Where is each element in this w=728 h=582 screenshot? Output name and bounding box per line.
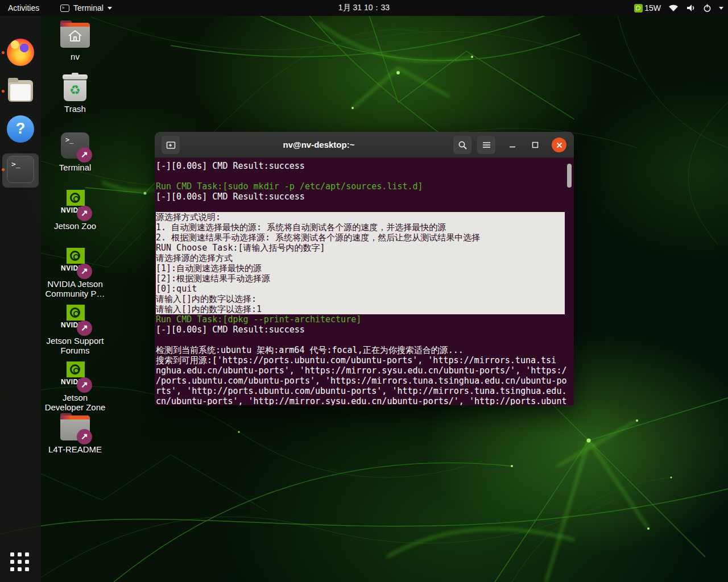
desktop-icon-nv-home[interactable]: nv <box>43 20 107 61</box>
terminal-line: RUN Choose Task:[请输入括号内的数字] <box>156 243 565 253</box>
running-indicator <box>2 168 5 171</box>
files-icon <box>7 77 34 105</box>
trash-icon: ♻ <box>61 73 89 102</box>
close-icon <box>556 142 562 148</box>
icon-label: nv <box>71 52 80 61</box>
running-indicator <box>2 51 5 54</box>
hamburger-menu-icon <box>482 142 491 148</box>
top-bar: Activities > Terminal 1月 31 10：33 15W <box>0 0 728 16</box>
link-emblem-icon: ↗ <box>77 147 92 163</box>
search-button[interactable] <box>453 136 471 154</box>
terminal-window: nv@nv-desktop:~ <box>155 132 574 405</box>
terminal-line: [-][0.00s] CMD Result:success <box>156 192 574 202</box>
terminal-line: 请输入[]内的数字以选择:1 <box>156 304 565 314</box>
desktop-icon-trash[interactable]: ♻ Trash <box>43 73 107 114</box>
window-titlebar[interactable]: nv@nv-desktop:~ <box>155 132 574 158</box>
minimize-button[interactable] <box>503 136 522 154</box>
desktop-icon-terminal[interactable]: >_ ↗ Terminal <box>43 131 107 172</box>
activities-button[interactable]: Activities <box>0 0 47 16</box>
icon-label: L4T-README <box>48 444 102 454</box>
dock-item-terminal[interactable]: >_ <box>0 156 41 192</box>
dock-item-files[interactable] <box>0 77 41 114</box>
link-emblem-icon: ↗ <box>77 377 92 393</box>
terminal-icon: >_ <box>7 156 34 183</box>
icon-label: NVIDIA Jetson Community P… <box>43 279 107 298</box>
terminal-line: 请选择源的选择方式 <box>156 253 565 263</box>
icon-label: Trash <box>64 104 86 114</box>
terminal-line: 源选择方式说明: <box>156 212 565 222</box>
link-emblem-icon: ↗ <box>77 321 92 336</box>
icon-label: Jetson Support Forums <box>43 336 107 355</box>
icon-label: Jetson Zoo <box>54 221 96 231</box>
desktop-icon-jetson-zoo[interactable]: NVIDIA ↗ Jetson Zoo <box>43 190 107 231</box>
app-menu-terminal[interactable]: > Terminal <box>60 0 112 16</box>
home-icon <box>67 28 83 43</box>
desktop-icon-nvidia-jetson-community[interactable]: NVIDIA ↗ NVIDIA Jetson Community P… <box>43 248 107 298</box>
link-emblem-icon: ↗ <box>77 429 92 444</box>
dock-item-help[interactable]: ? <box>0 115 41 152</box>
terminal-line: [-][0.00s] CMD Result:success <box>156 161 574 171</box>
terminal-line: cn/ubuntu-ports', 'http://mirror.sysu.ed… <box>156 396 574 405</box>
terminal-line: [2]:根据测速结果手动选择源 <box>156 273 565 284</box>
terminal-line <box>156 171 574 181</box>
close-button[interactable] <box>552 138 566 152</box>
terminal-output: [-][0.00s] CMD Result:success Run CMD Ta… <box>155 161 574 405</box>
terminal-line <box>156 335 574 345</box>
window-title: nv@nv-desktop:~ <box>189 132 449 158</box>
terminal-line: [1]:自动测速选择最快的源 <box>156 263 565 273</box>
terminal-content[interactable]: [-][0.00s] CMD Result:success Run CMD Ta… <box>155 158 574 405</box>
nvidia-icon: NVIDIA ↗ <box>59 190 91 219</box>
dock-item-firefox[interactable] <box>0 39 41 75</box>
search-icon <box>458 140 468 150</box>
terminal-line: Run CMD Task:[dpkg --print-architecture] <box>156 314 574 325</box>
terminal-line: [-][0.00s] CMD Result:success <box>156 325 574 335</box>
terminal-line: 2. 根据测速结果手动选择源: 系统将测试各个源的速度，然后让您从测试结果中选择 <box>156 232 565 243</box>
desktop-icon-jetson-support-forums[interactable]: NVIDIA ↗ Jetson Support Forums <box>43 305 107 355</box>
volume-icon <box>686 4 696 12</box>
new-tab-icon <box>166 141 176 149</box>
terminal-line: 请输入[]内的数字以选择: <box>156 294 565 304</box>
firefox-icon <box>7 39 34 66</box>
icon-label: Terminal <box>59 163 92 172</box>
terminal-line: 1. 自动测速选择最快的源: 系统将自动测试各个源的速度，并选择最快的源 <box>156 222 565 232</box>
icon-label: Jetson Developer Zone <box>43 393 107 412</box>
running-indicator <box>2 90 5 93</box>
scrollbar-thumb[interactable] <box>567 164 572 188</box>
desktop-icon-l4t-readme[interactable]: ↗ L4T-README <box>43 413 107 454</box>
wifi-icon <box>668 4 679 12</box>
maximize-button[interactable] <box>526 136 544 154</box>
new-tab-button[interactable] <box>162 136 180 154</box>
terminal-line: Run CMD Task:[sudo mkdir -p /etc/apt/sou… <box>156 181 574 192</box>
app-menu-label: Terminal <box>73 3 104 13</box>
help-icon: ? <box>7 115 34 143</box>
recycle-icon: ♻ <box>69 83 81 97</box>
terminal-line: 检测到当前系统:ubuntu 架构:arm64 代号:focal,正在为你搜索适… <box>156 345 574 355</box>
menu-button[interactable] <box>477 136 495 154</box>
nvidia-icon: NVIDIA ↗ <box>59 361 91 391</box>
terminal-line: 搜索到可用源:['https://ports.ubuntu.com/ubuntu… <box>156 355 574 365</box>
tray-chevron-down-icon <box>719 7 723 10</box>
power-icon <box>703 4 712 13</box>
nvidia-icon: NVIDIA ↗ <box>59 248 91 277</box>
terminal-line: nghua.edu.cn/ubuntu-ports', 'https://mir… <box>156 365 574 376</box>
nvidia-power-mode: 15W <box>634 3 661 13</box>
link-emblem-icon: ↗ <box>77 264 92 279</box>
terminal-app-icon: > <box>60 5 69 12</box>
minimize-icon <box>509 142 516 148</box>
maximize-icon <box>532 142 539 148</box>
nvidia-icon: NVIDIA ↗ <box>59 305 91 334</box>
terminal-line <box>156 202 574 212</box>
nvidia-icon <box>634 4 643 13</box>
power-mode-label: 15W <box>644 3 661 13</box>
terminal-line: /ports.ubuntu.com/ubuntu-ports', 'https:… <box>156 376 574 386</box>
system-tray[interactable]: 15W <box>634 0 723 16</box>
show-applications-button[interactable] <box>10 552 31 573</box>
terminal-line: [0]:quit <box>156 284 565 294</box>
dock: ? >_ <box>0 16 41 582</box>
link-emblem-icon: ↗ <box>77 206 92 221</box>
desktop-icon-jetson-developer-zone[interactable]: NVIDIA ↗ Jetson Developer Zone <box>43 361 107 412</box>
chevron-down-icon <box>107 7 112 10</box>
terminal-line: rts', 'http://ports.ubuntu.com/ubuntu-po… <box>156 386 574 396</box>
desktop-screen: Activities > Terminal 1月 31 10：33 15W <box>0 0 728 582</box>
